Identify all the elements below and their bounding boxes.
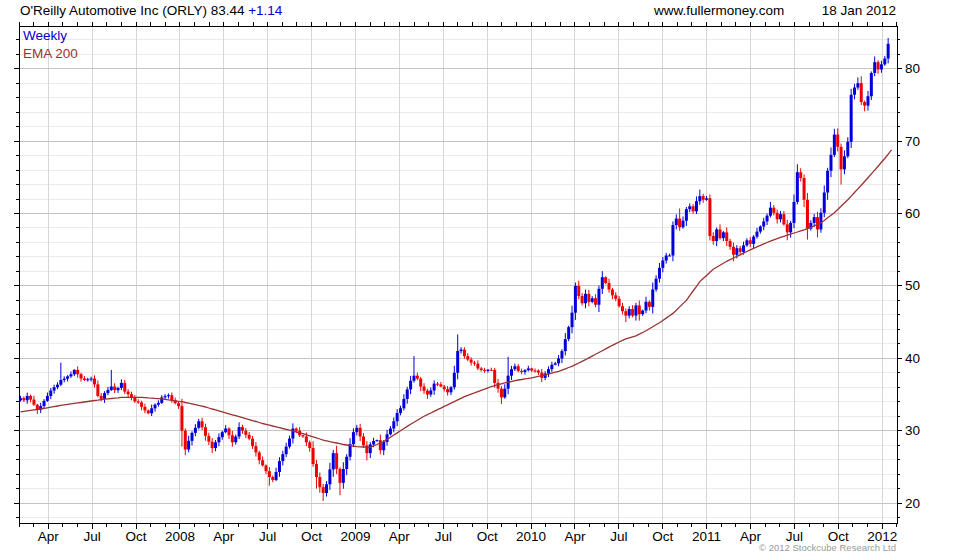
chart-legend: Weekly EMA 200 (23, 27, 78, 63)
plot-border (19, 26, 897, 523)
svg-text:50: 50 (905, 278, 920, 293)
svg-text:Apr: Apr (38, 529, 60, 544)
svg-text:Jul: Jul (610, 529, 627, 544)
y-axis-labels: 20304050607080 (905, 61, 920, 510)
copyright-notice: © 2012 Stockcube Research Ltd (759, 542, 896, 553)
last-price: 83.44 (211, 3, 245, 18)
svg-text:60: 60 (905, 206, 920, 221)
svg-text:80: 80 (905, 61, 920, 76)
svg-text:40: 40 (905, 351, 920, 366)
svg-text:2008: 2008 (165, 529, 195, 544)
page-title: O'Reilly Automotive Inc (ORLY) 83.44 +1.… (20, 3, 282, 18)
svg-text:2010: 2010 (516, 529, 546, 544)
chart-window: O'Reilly Automotive Inc (ORLY) 83.44 +1.… (0, 0, 980, 560)
svg-text:Oct: Oct (652, 529, 673, 544)
svg-text:Apr: Apr (389, 529, 411, 544)
price-change: +1.14 (248, 3, 282, 18)
svg-text:30: 30 (905, 423, 920, 438)
instrument-name: O'Reilly Automotive Inc (ORLY) (20, 3, 207, 18)
price-chart: 20304050607080AprJulOct2008AprJulOct2009… (0, 0, 980, 560)
svg-text:Oct: Oct (477, 529, 498, 544)
svg-text:2009: 2009 (340, 529, 370, 544)
svg-text:Apr: Apr (213, 529, 235, 544)
website-label: www.fullermoney.com (654, 3, 784, 18)
svg-text:Apr: Apr (564, 529, 586, 544)
date-label: 18 Jan 2012 (822, 3, 896, 18)
grid-lines (19, 26, 897, 523)
svg-text:Jul: Jul (435, 529, 452, 544)
legend-series-weekly: Weekly (23, 27, 78, 45)
svg-text:20: 20 (905, 496, 920, 511)
candlestick-series (19, 38, 890, 501)
svg-text:Oct: Oct (301, 529, 322, 544)
legend-ema-200: EMA 200 (23, 45, 78, 63)
ema-line (21, 150, 892, 448)
svg-text:2011: 2011 (692, 529, 721, 544)
svg-text:Oct: Oct (126, 529, 147, 544)
svg-text:Jul: Jul (84, 529, 101, 544)
svg-text:Jul: Jul (259, 529, 276, 544)
svg-text:70: 70 (905, 134, 920, 149)
